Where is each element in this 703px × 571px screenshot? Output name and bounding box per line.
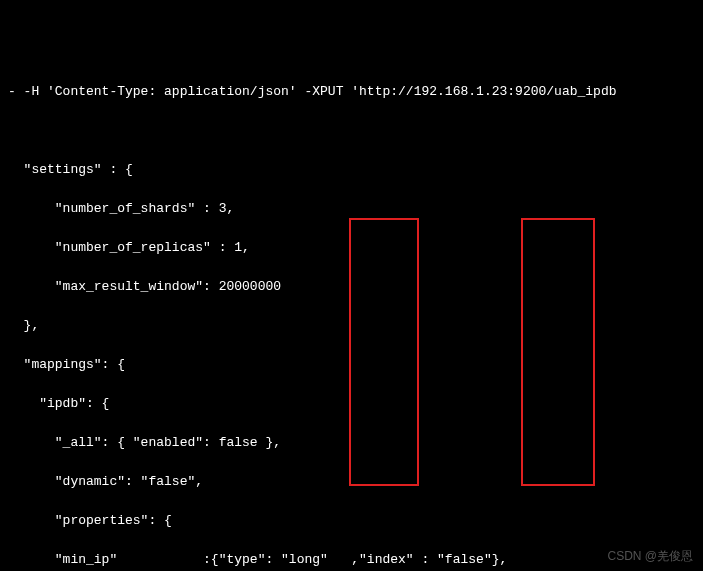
watermark-text: CSDN @羌俊恩	[607, 547, 693, 565]
code-line: "ipdb": {	[8, 394, 695, 414]
terminal-header-line: - -H 'Content-Type: application/json' -X…	[8, 82, 695, 102]
code-line: "settings" : {	[8, 160, 695, 180]
code-line: "dynamic": "false",	[8, 472, 695, 492]
code-line: "max_result_window": 20000000	[8, 277, 695, 297]
code-line: "number_of_replicas" : 1,	[8, 238, 695, 258]
code-line	[8, 121, 695, 141]
code-line: "number_of_shards" : 3,	[8, 199, 695, 219]
code-line: "properties": {	[8, 511, 695, 531]
code-line: "mappings": {	[8, 355, 695, 375]
code-line-min-ip: "min_ip" :{"type": "long" ,"index" : "fa…	[8, 550, 695, 570]
code-line: },	[8, 316, 695, 336]
code-line: "_all": { "enabled": false },	[8, 433, 695, 453]
